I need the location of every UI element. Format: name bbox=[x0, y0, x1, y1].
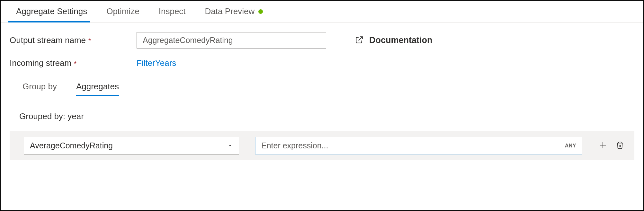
row-actions bbox=[598, 141, 630, 151]
incoming-stream-link[interactable]: FilterYears bbox=[137, 58, 176, 68]
external-link-icon bbox=[355, 36, 363, 45]
settings-content: Output stream name * Documentation Incom… bbox=[1, 22, 643, 170]
trash-icon bbox=[616, 141, 624, 151]
tab-label: Optimize bbox=[106, 6, 139, 16]
subtab-aggregates[interactable]: Aggregates bbox=[76, 78, 119, 95]
status-indicator-icon bbox=[258, 9, 263, 14]
label-text: Incoming stream bbox=[10, 58, 71, 68]
tab-data-preview[interactable]: Data Preview bbox=[199, 1, 276, 22]
column-name-dropdown[interactable]: AverageComedyRating bbox=[24, 137, 239, 154]
tab-aggregate-settings[interactable]: Aggregate Settings bbox=[8, 1, 100, 22]
dropdown-value: AverageComedyRating bbox=[30, 141, 113, 150]
documentation-label: Documentation bbox=[369, 35, 433, 45]
expression-input[interactable]: Enter expression... ANY bbox=[255, 137, 582, 154]
aggregate-expression-row: AverageComedyRating Enter expression... … bbox=[10, 131, 634, 160]
aggregate-subtabs: Group by Aggregates bbox=[10, 78, 634, 95]
type-badge: ANY bbox=[565, 143, 576, 149]
tab-inspect[interactable]: Inspect bbox=[152, 1, 199, 22]
tab-label: Data Preview bbox=[205, 6, 255, 16]
required-asterisk-icon: * bbox=[88, 37, 91, 45]
incoming-stream-row: Incoming stream * FilterYears bbox=[10, 58, 634, 68]
output-stream-input[interactable] bbox=[137, 32, 326, 48]
expression-placeholder: Enter expression... bbox=[261, 141, 328, 150]
chevron-down-icon bbox=[227, 141, 233, 150]
subtab-label: Aggregates bbox=[76, 82, 119, 91]
delete-row-button[interactable] bbox=[616, 141, 624, 151]
documentation-link[interactable]: Documentation bbox=[355, 35, 433, 45]
required-asterisk-icon: * bbox=[74, 60, 76, 67]
output-stream-row: Output stream name * Documentation bbox=[10, 32, 634, 48]
subtab-label: Group by bbox=[22, 82, 57, 91]
grouped-by-text: Grouped by: year bbox=[19, 111, 634, 121]
tab-label: Inspect bbox=[159, 6, 186, 16]
incoming-stream-label: Incoming stream * bbox=[10, 58, 137, 68]
add-row-button[interactable] bbox=[598, 141, 607, 151]
primary-tabs: Aggregate Settings Optimize Inspect Data… bbox=[1, 1, 643, 22]
tab-optimize[interactable]: Optimize bbox=[100, 1, 152, 22]
plus-icon bbox=[598, 141, 607, 151]
subtab-group-by[interactable]: Group by bbox=[22, 78, 57, 95]
label-text: Output stream name bbox=[10, 35, 86, 45]
tab-label: Aggregate Settings bbox=[16, 6, 87, 16]
output-stream-label: Output stream name * bbox=[10, 35, 137, 45]
